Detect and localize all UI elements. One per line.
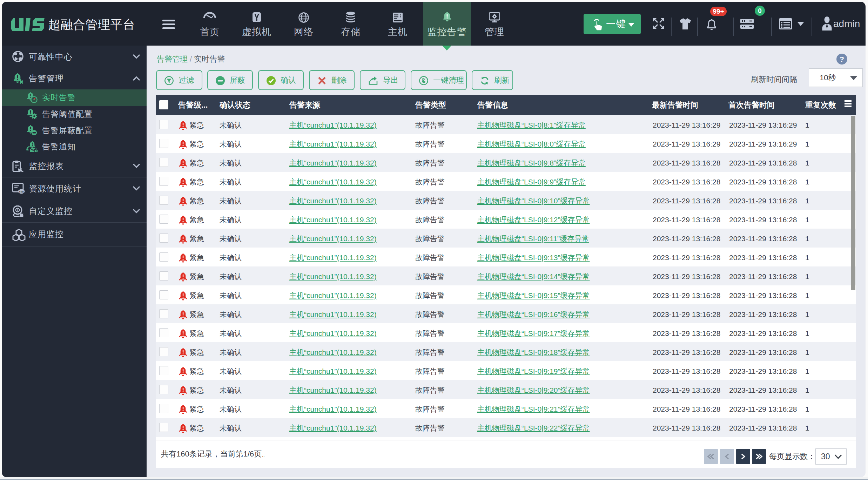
svg-text:stat: stat [19,190,24,193]
